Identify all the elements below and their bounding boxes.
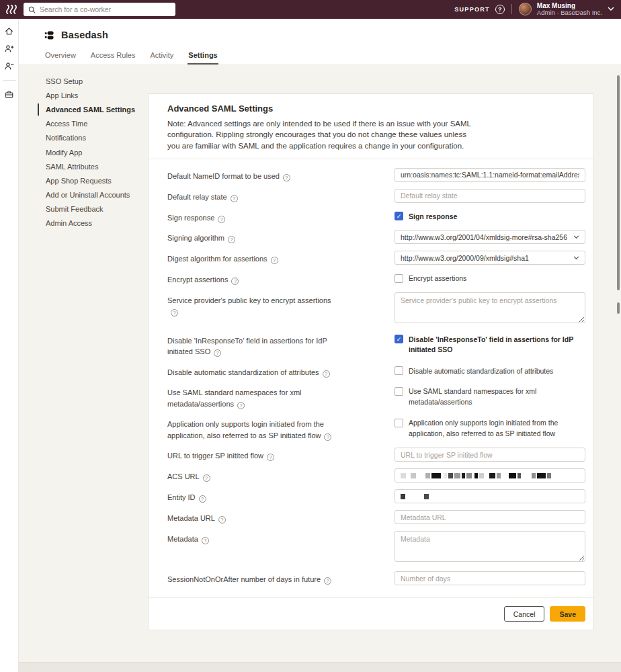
help-icon[interactable]: ? (231, 195, 238, 202)
sidebar-item-add-or-uninstall-accounts[interactable]: Add or Uninstall Accounts (46, 188, 153, 202)
left-rail (0, 19, 19, 672)
sidebar-item-admin-access[interactable]: Admin Access (46, 216, 153, 230)
home-icon[interactable] (4, 26, 14, 36)
help-icon[interactable]: ? (218, 516, 226, 523)
chevron-down-icon (573, 256, 579, 260)
help-icon[interactable]: ? (203, 474, 210, 482)
text-input[interactable] (395, 571, 585, 585)
checkbox-label: Application only supports login initiate… (409, 418, 585, 438)
chevron-down-icon[interactable] (608, 7, 614, 11)
textarea-input[interactable] (395, 292, 585, 323)
tab-settings[interactable]: Settings (188, 51, 218, 65)
save-button[interactable]: Save (550, 606, 585, 622)
support-link[interactable]: SUPPORT (454, 6, 490, 13)
text-input[interactable] (395, 168, 585, 182)
tab-activity[interactable]: Activity (149, 51, 174, 65)
form-row: Entity ID? (167, 489, 585, 503)
help-icon[interactable]: ? (228, 236, 235, 243)
form-row: Disable automatic standardization of att… (167, 364, 585, 378)
tab-bar: OverviewAccess RulesActivitySettings (44, 51, 218, 65)
form-row: Metadata URL? (167, 510, 585, 524)
sidebar-item-submit-feedback[interactable]: Submit Feedback (46, 202, 153, 216)
help-icon[interactable]: ? (237, 402, 245, 409)
help-icon[interactable]: ? (231, 278, 239, 285)
divider (3, 80, 16, 81)
checkbox[interactable] (395, 366, 403, 375)
help-icon[interactable]: ? (323, 370, 330, 378)
field-label: Use SAML standard namespaces for xml met… (167, 384, 339, 409)
field-control: Encrypt assertions (395, 271, 585, 286)
coworker-search[interactable] (24, 3, 175, 16)
text-input[interactable] (395, 510, 585, 524)
redacted-block (497, 473, 501, 478)
field-label: Metadata URL? (167, 510, 339, 524)
help-circle-icon[interactable]: ? (495, 5, 505, 14)
topbar: SUPPORT ? Max Musing Admin · BaseDash In… (0, 0, 621, 19)
redacted-value-field[interactable] (395, 489, 585, 503)
sidebar-item-sso-setup[interactable]: SSO Setup (46, 74, 153, 88)
sidebar-item-modify-app[interactable]: Modify App (46, 145, 153, 159)
select-dropdown[interactable]: http://www.w3.org/2001/04/xmldsig-more#r… (395, 230, 585, 244)
redacted-block (462, 473, 465, 478)
rippling-logo-icon[interactable] (5, 4, 18, 15)
field-label: Disable automatic standardization of att… (167, 364, 339, 378)
field-label-text: Digest algorithm for assertions (167, 255, 267, 263)
field-label-text: Entity ID (167, 493, 196, 501)
sidebar-item-access-time[interactable]: Access Time (46, 117, 153, 131)
search-icon (28, 6, 36, 13)
user-menu[interactable]: Max Musing Admin · BaseDash Inc. (537, 2, 602, 17)
field-label-text: Metadata (167, 535, 198, 543)
field-control (395, 292, 585, 326)
sidebar-item-app-links[interactable]: App Links (46, 88, 153, 102)
help-icon[interactable]: ? (199, 495, 206, 503)
sidebar-item-advanced-saml-settings[interactable]: Advanced SAML Settings (46, 102, 153, 116)
briefcase-icon[interactable] (4, 89, 14, 99)
help-icon[interactable]: ? (271, 257, 278, 264)
sidebar-item-notifications[interactable]: Notifications (46, 131, 153, 145)
field-label: Default relay state? (167, 189, 339, 203)
field-label-text: Service provider's public key to encrypt… (167, 296, 331, 304)
cancel-button[interactable]: Cancel (504, 606, 545, 622)
help-icon[interactable]: ? (218, 216, 225, 223)
field-label: SessionNotOnOrAfter number of days in fu… (167, 571, 339, 585)
checkbox[interactable] (395, 387, 403, 396)
vertical-scrollbar-secondary[interactable] (617, 302, 620, 314)
sidebar-item-app-shop-requests[interactable]: App Shop Requests (46, 173, 153, 187)
vertical-scrollbar[interactable] (617, 75, 620, 290)
text-input[interactable] (395, 189, 585, 203)
help-icon[interactable]: ? (267, 454, 274, 461)
remove-person-icon[interactable] (4, 61, 14, 71)
user-avatar[interactable] (519, 3, 532, 15)
redacted-value-field[interactable] (395, 468, 585, 482)
help-icon[interactable]: ? (202, 537, 209, 544)
help-icon[interactable]: ? (283, 174, 290, 181)
field-control: Disable automatic standardization of att… (395, 364, 585, 378)
checkbox[interactable]: ✓ (395, 335, 403, 343)
redacted-block (425, 473, 430, 478)
checkbox-label: Disable automatic standardization of att… (409, 366, 553, 376)
text-input[interactable] (395, 448, 585, 462)
checkbox[interactable] (395, 274, 403, 283)
help-icon[interactable]: ? (324, 433, 331, 441)
help-icon[interactable]: ? (214, 349, 221, 357)
checkbox[interactable]: ✓ (395, 212, 403, 220)
sidebar-item-saml-attributes[interactable]: SAML Attributes (46, 159, 153, 173)
tab-overview[interactable]: Overview (44, 51, 77, 65)
help-icon[interactable]: ? (171, 309, 178, 317)
textarea-input[interactable] (395, 531, 585, 562)
tab-access-rules[interactable]: Access Rules (90, 51, 136, 65)
add-person-icon[interactable] (4, 44, 14, 54)
advanced-saml-settings-panel: Advanced SAML Settings Note: Advanced se… (148, 93, 594, 630)
search-input[interactable] (40, 5, 171, 13)
help-icon[interactable]: ? (324, 577, 331, 585)
form-row: Default relay state? (167, 189, 585, 203)
form-row: Signing algorithm?http://www.w3.org/2001… (167, 230, 585, 244)
user-role: Admin · BaseDash Inc. (537, 9, 602, 17)
select-dropdown[interactable]: http://www.w3.org/2000/09/xmldsig#sha1 (395, 251, 585, 265)
basedash-logo-icon (44, 30, 54, 40)
field-label: Service provider's public key to encrypt… (167, 292, 339, 326)
checkbox[interactable] (395, 419, 403, 427)
redacted-block (466, 473, 472, 478)
redacted-block (509, 473, 516, 478)
field-label: Application only supports login initiate… (167, 416, 339, 441)
